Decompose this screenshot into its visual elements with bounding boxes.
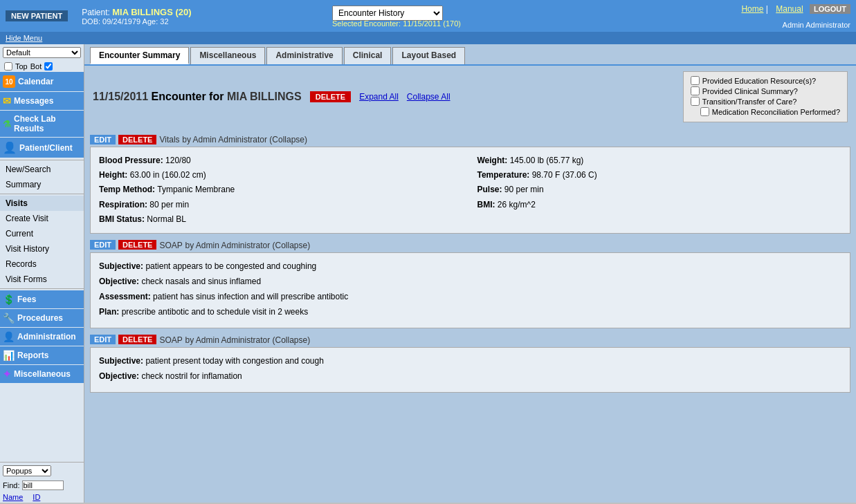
encounter-header: 11/15/2011 Encounter for MIA BILLINGS DE… xyxy=(84,66,856,128)
encounter-delete-button[interactable]: DELETE xyxy=(310,91,351,102)
hide-menu-link[interactable]: Hide Menu xyxy=(6,34,42,42)
medication-checkbox[interactable] xyxy=(700,107,709,116)
tab-miscellaneous[interactable]: Miscellaneous xyxy=(190,47,265,64)
top-header: NEW PATIENT Patient: MIA BILLINGS (20) D… xyxy=(0,0,856,32)
sidebar-divider-1 xyxy=(0,160,84,160)
manual-link[interactable]: Manual xyxy=(776,4,803,14)
soap2-title: SOAP by Admin Administrator (Collapse) xyxy=(159,335,310,345)
clinical-summary-checkbox[interactable] xyxy=(691,86,700,95)
content-area: Encounter Summary Miscellaneous Administ… xyxy=(84,44,856,503)
name-link[interactable]: Name xyxy=(3,493,23,501)
soap1-subjective: Subjective: patient appears to be conges… xyxy=(99,260,841,272)
popups-bar: Popups xyxy=(0,462,84,479)
patient-name: MIA BILLINGS (20) xyxy=(112,7,191,17)
reports-label: Reports xyxy=(17,351,48,360)
patient-info: Patient: MIA BILLINGS (20) DOB: 09/24/19… xyxy=(82,7,191,26)
sidebar-item-fees[interactable]: 💲 Fees xyxy=(0,290,84,308)
logout-button[interactable]: LOGOUT xyxy=(810,4,850,14)
tab-administrative[interactable]: Administrative xyxy=(266,47,342,64)
hide-menu-bar: Hide Menu xyxy=(0,32,856,44)
lab-icon: ⚗ xyxy=(3,119,11,129)
sidebar-item-current[interactable]: Current xyxy=(0,226,84,241)
checkboxes-panel: Provided Education Resource(s)? Provided… xyxy=(683,71,848,122)
bot-label: Bot xyxy=(30,62,42,71)
top-right-nav: Home | Manual LOGOUT xyxy=(736,4,850,14)
education-checkbox[interactable] xyxy=(691,76,700,85)
blood-pressure: Blood Pressure: 120/80 xyxy=(99,154,464,167)
patient-dob: DOB: 09/24/1979 Age: 32 xyxy=(82,17,191,26)
top-bot-row: Top Bot xyxy=(0,61,84,72)
find-input[interactable] xyxy=(22,480,64,490)
soap2-section-header: EDIT DELETE SOAP by Admin Administrator … xyxy=(90,333,850,347)
selected-encounter-label: Selected Encounter: 11/15/2011 (170) xyxy=(332,19,461,28)
soap2-edit-button[interactable]: EDIT xyxy=(90,335,116,344)
tab-bar: Encounter Summary Miscellaneous Administ… xyxy=(84,44,856,66)
vitals-edit-button[interactable]: EDIT xyxy=(90,135,116,144)
transition-checkbox[interactable] xyxy=(691,97,700,106)
sidebar-dropdown: Default xyxy=(0,44,84,61)
sidebar-item-new-search[interactable]: New/Search xyxy=(0,162,84,177)
admin-label: Admin Administrator xyxy=(783,21,850,29)
bot-checkbox[interactable] xyxy=(44,62,53,71)
sidebar-item-administration[interactable]: 👤 Administration xyxy=(0,328,84,346)
temp-method: Temp Method: Tympanic Membrane xyxy=(99,183,464,196)
tab-clinical[interactable]: Clinical xyxy=(344,47,392,64)
tab-layout-based[interactable]: Layout Based xyxy=(392,47,465,64)
sidebar-item-procedures[interactable]: 🔧 Procedures xyxy=(0,309,84,327)
check-lab-label: Check Lab Results xyxy=(14,114,81,133)
sidebar-item-summary[interactable]: Summary xyxy=(0,177,84,192)
weight: Weight: 145.00 lb (65.77 kg) xyxy=(477,154,842,167)
id-link[interactable]: ID xyxy=(33,493,40,501)
sidebar-item-patient-client[interactable]: 👤 Patient/Client xyxy=(0,138,84,158)
soap2-subjective: Subjective: patient present today with c… xyxy=(99,355,841,367)
collapse-all-button[interactable]: Collapse All xyxy=(407,92,450,102)
encounter-title: 11/15/2011 Encounter for MIA BILLINGS xyxy=(93,91,302,103)
bmi-status: BMI Status: Normal BL xyxy=(99,213,464,226)
sidebar-item-check-lab[interactable]: ⚗ Check Lab Results xyxy=(0,111,84,137)
messages-icon: ✉ xyxy=(3,95,11,106)
sidebar-item-records[interactable]: Records xyxy=(0,256,84,272)
soap2-body: Subjective: patient present today with c… xyxy=(90,347,850,393)
tab-encounter-summary[interactable]: Encounter Summary xyxy=(90,47,189,64)
find-bar: Find: xyxy=(0,479,84,492)
sidebar-item-miscellaneous[interactable]: ✦ Miscellaneous xyxy=(0,365,84,383)
soap1-assessment: Assessment: patient has sinus infection … xyxy=(99,290,841,303)
sidebar-item-reports[interactable]: 📊 Reports xyxy=(0,346,84,364)
home-link[interactable]: Home xyxy=(741,4,763,14)
visits-section: Visits xyxy=(0,196,84,211)
soap1-delete-button[interactable]: DELETE xyxy=(118,240,156,250)
vitals-section-header: EDIT DELETE Vitals by Admin Administrato… xyxy=(90,132,850,147)
sidebar-item-create-visit[interactable]: Create Visit xyxy=(0,211,84,226)
soap1-plan: Plan: prescribe antibotic and to schedul… xyxy=(99,306,841,318)
miscellaneous-label: Miscellaneous xyxy=(14,369,71,379)
content-scroll[interactable]: EDIT DELETE Vitals by Admin Administrato… xyxy=(84,128,856,503)
default-select[interactable]: Default xyxy=(3,47,81,58)
sidebar-item-visit-history[interactable]: Visit History xyxy=(0,241,84,256)
popups-select[interactable]: Popups xyxy=(3,465,51,476)
top-checkbox[interactable] xyxy=(4,62,12,71)
patient-label: Patient: xyxy=(82,8,110,17)
sidebar-item-messages[interactable]: ✉ Messages xyxy=(0,92,84,110)
bmi: BMI: 26 kg/m^2 xyxy=(477,198,842,212)
sidebar-divider-2 xyxy=(0,194,84,194)
soap2-delete-button[interactable]: DELETE xyxy=(118,335,156,344)
main-layout: Default Top Bot 10 Calendar ✉ Messages ⚗… xyxy=(0,44,856,503)
expand-all-button[interactable]: Expand All xyxy=(359,92,399,102)
vitals-delete-button[interactable]: DELETE xyxy=(118,135,156,144)
medication-checkbox-label: Medication Reconciliation Performed? xyxy=(691,107,840,116)
soap1-edit-button[interactable]: EDIT xyxy=(90,240,116,250)
misc-icon: ✦ xyxy=(3,368,11,380)
temperature: Temperature: 98.70 F (37.06 C) xyxy=(477,169,842,182)
calendar-label: Calendar xyxy=(18,77,53,86)
soap1-objective: Objective: check nasals and sinus inflam… xyxy=(99,275,841,288)
respiration: Respiration: 80 per min xyxy=(99,198,464,212)
fees-label: Fees xyxy=(17,295,36,304)
vitals-section: EDIT DELETE Vitals by Admin Administrato… xyxy=(90,132,850,234)
procedures-label: Procedures xyxy=(17,313,63,323)
new-patient-button[interactable]: NEW PATIENT xyxy=(6,10,68,21)
messages-label: Messages xyxy=(14,96,53,106)
calendar-icon: 10 xyxy=(3,75,15,88)
sidebar-item-calendar[interactable]: 10 Calendar xyxy=(0,72,84,91)
sidebar-item-visit-forms[interactable]: Visit Forms xyxy=(0,272,84,287)
encounter-history-select[interactable]: Encounter History xyxy=(332,6,443,21)
